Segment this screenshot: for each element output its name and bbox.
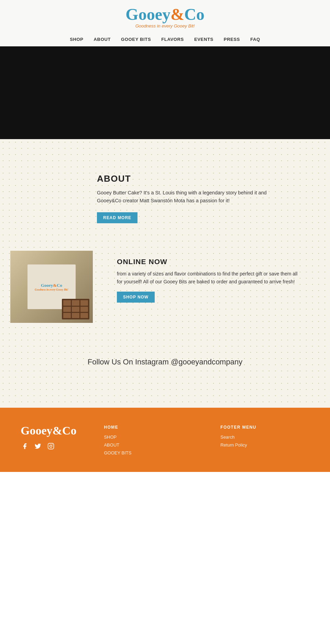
logo-text: Gooey&Co <box>125 6 204 23</box>
svg-point-2 <box>52 444 53 445</box>
footer-col1-heading: HOME <box>104 425 193 430</box>
logo-tagline: Goodness in every Gooey Bit! <box>125 23 204 29</box>
footer-menu-col-2: FOOTER MENU Search Return Policy <box>220 425 309 450</box>
instagram-text: Follow Us On Instagram @gooeyandcompany <box>0 358 330 366</box>
nav-shop[interactable]: SHOP <box>70 37 83 42</box>
footer-link-search[interactable]: Search <box>220 434 309 440</box>
shop-heading: ONLINE NOW <box>117 258 299 266</box>
shop-section: Gooey&Co Goodness in every Gooey Bit! <box>10 251 320 330</box>
about-heading: ABOUT <box>97 173 285 184</box>
instagram-section: Follow Us On Instagram @gooeyandcompany <box>0 330 330 387</box>
footer-link-return-policy[interactable]: Return Policy <box>220 442 309 448</box>
site-footer: Gooey&Co <box>0 408 330 472</box>
nav-flavors[interactable]: FLAVORS <box>161 37 184 42</box>
svg-point-1 <box>50 445 52 448</box>
about-section: ABOUT Gooey Butter Cake? It's a St. Loui… <box>45 160 285 251</box>
footer-inner: Gooey&Co <box>21 425 309 458</box>
shop-text: ONLINE NOW from a variety of sizes and f… <box>117 251 299 303</box>
footer-logo: Gooey&Co <box>21 425 76 437</box>
nav-faq[interactable]: FAQ <box>250 37 260 42</box>
facebook-icon[interactable] <box>21 442 29 450</box>
footer-menu-col-1: HOME SHOP ABOUT GOOEY BITS <box>104 425 193 458</box>
footer-col2-heading: FOOTER MENU <box>220 425 309 430</box>
hero-banner <box>0 46 330 139</box>
twitter-icon[interactable] <box>34 442 42 450</box>
footer-link-about[interactable]: ABOUT <box>104 442 193 448</box>
footer-link-gooey-bits[interactable]: GOOEY BITS <box>104 450 193 455</box>
footer-social <box>21 442 76 450</box>
chocolate-box <box>62 299 89 319</box>
nav-gooey-bits[interactable]: GOOEY BITS <box>121 37 151 42</box>
main-nav: SHOP ABOUT GOOEY BITS FLAVORS EVENTS PRE… <box>0 33 330 46</box>
shop-now-button[interactable]: Shop Now <box>117 292 155 303</box>
logo-ampersand: & <box>170 5 184 23</box>
footer-logo-col: Gooey&Co <box>21 425 76 450</box>
shop-logo-overlay: Gooey&Co Goodness in every Gooey Bit! <box>35 283 68 291</box>
shop-image: Gooey&Co Goodness in every Gooey Bit! <box>10 251 93 323</box>
nav-about[interactable]: ABOUT <box>94 37 111 42</box>
instagram-icon[interactable] <box>47 442 55 450</box>
logo[interactable]: Gooey&Co Goodness in every Gooey Bit! <box>125 6 204 29</box>
shop-body: from a variety of sizes and flavor combi… <box>117 270 299 285</box>
read-more-button[interactable]: READ MORE <box>97 212 138 223</box>
nav-events[interactable]: EVENTS <box>194 37 213 42</box>
nav-press[interactable]: PRESS <box>224 37 240 42</box>
site-header: Gooey&Co Goodness in every Gooey Bit! SH… <box>0 0 330 46</box>
footer-link-shop[interactable]: SHOP <box>104 434 193 440</box>
main-content: ABOUT Gooey Butter Cake? It's a St. Loui… <box>0 139 330 408</box>
about-body: Gooey Butter Cake? It's a St. Louis thin… <box>97 189 285 205</box>
svg-rect-0 <box>48 443 54 449</box>
